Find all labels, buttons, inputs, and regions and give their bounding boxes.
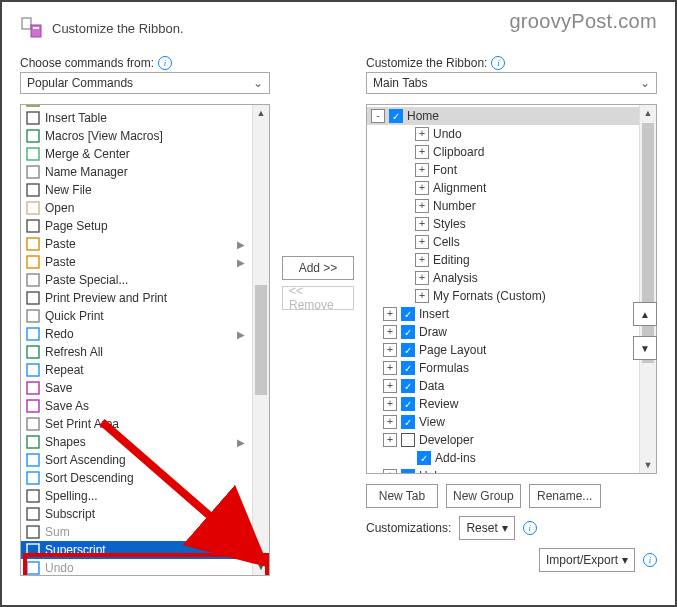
reset-dropdown[interactable]: Reset▾ — [459, 516, 514, 540]
info-icon[interactable]: i — [523, 521, 537, 535]
expand-icon[interactable]: + — [415, 253, 429, 267]
tree-node[interactable]: +Styles — [371, 215, 640, 233]
tree-node[interactable]: +Clipboard — [371, 143, 640, 161]
tree-node[interactable]: +✓Review — [371, 395, 640, 413]
tree-node[interactable]: +✓View — [371, 413, 640, 431]
import-export-dropdown[interactable]: Import/Export▾ — [539, 548, 635, 572]
scroll-down-button[interactable]: ▼ — [640, 457, 656, 473]
list-item[interactable]: Insert Table — [21, 109, 253, 127]
tree-node[interactable]: +Number — [371, 197, 640, 215]
tree-node[interactable]: +Editing — [371, 251, 640, 269]
list-item[interactable]: Sort Ascending — [21, 451, 253, 469]
list-item[interactable]: Macros [View Macros] — [21, 127, 253, 145]
tree-node[interactable]: +✓Page Layout — [371, 341, 640, 359]
expand-icon[interactable]: + — [383, 325, 397, 339]
info-icon[interactable]: i — [158, 56, 172, 70]
expand-icon[interactable]: + — [415, 289, 429, 303]
tree-node[interactable]: +✓Draw — [371, 323, 640, 341]
tree-node[interactable]: +Undo — [371, 125, 640, 143]
ribbon-scope-dropdown[interactable]: Main Tabs ⌄ — [366, 72, 657, 94]
checkbox[interactable]: ✓ — [401, 361, 415, 375]
expand-icon[interactable]: + — [383, 415, 397, 429]
tree-node[interactable]: +✓Data — [371, 377, 640, 395]
list-item[interactable]: Redo▶ — [21, 325, 253, 343]
ribbon-tree[interactable]: -✓Home+Undo+Clipboard+Font+Alignment+Num… — [366, 104, 657, 474]
add-button[interactable]: Add >> — [282, 256, 354, 280]
checkbox[interactable]: ✓ — [389, 109, 403, 123]
list-item[interactable]: Sort Descending — [21, 469, 253, 487]
expand-icon[interactable]: + — [383, 379, 397, 393]
expand-icon[interactable]: + — [383, 469, 397, 474]
list-item[interactable]: New File — [21, 181, 253, 199]
list-item[interactable]: Undo — [21, 559, 253, 576]
list-item[interactable]: Repeat — [21, 361, 253, 379]
tree-node[interactable]: +My Fornats (Custom) — [371, 287, 640, 305]
expand-icon[interactable]: + — [383, 433, 397, 447]
move-down-button[interactable]: ▼ — [633, 336, 657, 360]
tree-node[interactable]: +Developer — [371, 431, 640, 449]
scrollbar[interactable]: ▲ ▼ — [639, 105, 656, 473]
list-item[interactable]: Save As — [21, 397, 253, 415]
tree-node[interactable]: +Analysis — [371, 269, 640, 287]
new-group-button[interactable]: New Group — [446, 484, 521, 508]
list-item[interactable]: Refresh All — [21, 343, 253, 361]
expand-icon[interactable]: + — [383, 397, 397, 411]
checkbox[interactable]: ✓ — [401, 469, 415, 474]
tree-node[interactable]: ✓Add-ins — [371, 449, 640, 467]
tree-node[interactable]: +✓Help — [371, 467, 640, 474]
list-item[interactable]: Merge & Center — [21, 145, 253, 163]
list-item[interactable]: Quick Print — [21, 307, 253, 325]
expand-icon[interactable]: + — [383, 361, 397, 375]
info-icon[interactable]: i — [491, 56, 505, 70]
move-up-button[interactable]: ▲ — [633, 302, 657, 326]
expand-icon[interactable]: + — [415, 145, 429, 159]
list-item[interactable]: Open — [21, 199, 253, 217]
expand-icon[interactable]: + — [383, 343, 397, 357]
list-item[interactable]: Paste Special... — [21, 271, 253, 289]
expand-icon[interactable]: + — [415, 199, 429, 213]
list-item[interactable]: Superscript — [21, 541, 253, 559]
rename-button[interactable]: Rename... — [529, 484, 601, 508]
commands-listbox[interactable]: Insert Sheet ColumnsInsert Sheet RowsIns… — [20, 104, 270, 576]
list-item[interactable]: Shapes▶ — [21, 433, 253, 451]
scroll-up-button[interactable]: ▲ — [253, 105, 269, 121]
tree-node[interactable]: +Cells — [371, 233, 640, 251]
list-item[interactable]: Print Preview and Print — [21, 289, 253, 307]
expand-icon[interactable]: + — [415, 181, 429, 195]
list-item[interactable]: Paste▶ — [21, 235, 253, 253]
list-item[interactable]: Save — [21, 379, 253, 397]
tree-node[interactable]: +✓Formulas — [371, 359, 640, 377]
checkbox[interactable]: ✓ — [401, 379, 415, 393]
remove-button[interactable]: << Remove — [282, 286, 354, 310]
expand-icon[interactable]: + — [415, 235, 429, 249]
expand-icon[interactable]: + — [383, 307, 397, 321]
list-item[interactable]: Set Print Area — [21, 415, 253, 433]
list-item[interactable]: Spelling... — [21, 487, 253, 505]
tree-node[interactable]: +Font — [371, 161, 640, 179]
scroll-up-button[interactable]: ▲ — [640, 105, 656, 121]
info-icon[interactable]: i — [643, 553, 657, 567]
list-item[interactable]: Page Setup — [21, 217, 253, 235]
tree-node[interactable]: +Alignment — [371, 179, 640, 197]
expand-icon[interactable]: + — [415, 217, 429, 231]
tree-node[interactable]: -✓Home — [367, 107, 656, 125]
checkbox[interactable] — [401, 433, 415, 447]
list-item[interactable]: Sum — [21, 523, 253, 541]
scrollbar[interactable]: ▲ ▼ — [252, 105, 269, 575]
checkbox[interactable]: ✓ — [401, 325, 415, 339]
expand-icon[interactable]: + — [415, 127, 429, 141]
checkbox[interactable]: ✓ — [417, 451, 431, 465]
list-item[interactable]: Subscript — [21, 505, 253, 523]
checkbox[interactable]: ✓ — [401, 343, 415, 357]
scroll-thumb[interactable] — [255, 285, 267, 395]
expand-icon[interactable]: + — [415, 163, 429, 177]
scroll-down-button[interactable]: ▼ — [253, 559, 269, 575]
expand-icon[interactable]: + — [415, 271, 429, 285]
new-tab-button[interactable]: New Tab — [366, 484, 438, 508]
list-item[interactable]: Name Manager — [21, 163, 253, 181]
choose-commands-dropdown[interactable]: Popular Commands ⌄ — [20, 72, 270, 94]
list-item[interactable]: Paste▶ — [21, 253, 253, 271]
tree-node[interactable]: +✓Insert — [371, 305, 640, 323]
checkbox[interactable]: ✓ — [401, 397, 415, 411]
checkbox[interactable]: ✓ — [401, 415, 415, 429]
